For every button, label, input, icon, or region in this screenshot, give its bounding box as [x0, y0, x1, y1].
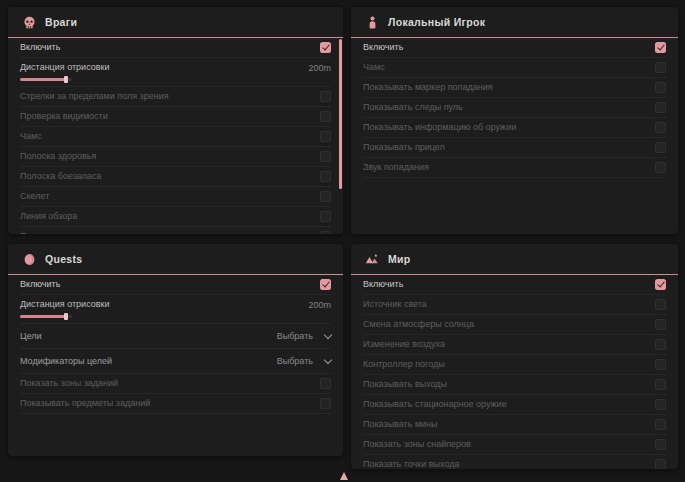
slider[interactable]: [20, 315, 72, 318]
select-dropdown[interactable]: Выбрать: [277, 356, 331, 366]
setting-row[interactable]: Чамс: [363, 58, 666, 78]
setting-row[interactable]: Полоска боезапаса: [20, 167, 331, 187]
checkbox[interactable]: [655, 122, 666, 133]
setting-label: Показывать предметы заданий: [20, 398, 150, 409]
setting-row[interactable]: Показать точки выхода: [363, 455, 666, 469]
setting-row[interactable]: Включить: [20, 38, 331, 58]
panel-title: Враги: [45, 16, 77, 28]
checkbox[interactable]: [655, 379, 666, 390]
checkbox[interactable]: [320, 279, 331, 290]
checkbox[interactable]: [320, 378, 331, 389]
slider-fill: [20, 78, 66, 81]
checkbox[interactable]: [655, 42, 666, 53]
select-dropdown[interactable]: Выбрать: [277, 331, 331, 341]
setting-label: Изменение воздуха: [363, 339, 445, 350]
setting-row[interactable]: Контроллер погоды: [363, 355, 666, 375]
setting-row[interactable]: Чамс: [20, 127, 331, 147]
setting-row[interactable]: Включить: [20, 275, 331, 295]
setting-row[interactable]: Смена атмосферы солнца: [363, 315, 666, 335]
setting-label: Показывать прицел: [363, 142, 445, 153]
panel-header[interactable]: Локальный Игрок: [351, 7, 678, 38]
setting-row[interactable]: Показать зоны снайперов: [363, 435, 666, 455]
checkbox[interactable]: [655, 339, 666, 350]
setting-label: Стрелки за пределами поля зрения: [20, 91, 169, 102]
panel-header[interactable]: Враги: [8, 7, 343, 38]
setting-label: Включить: [20, 42, 60, 53]
panel-quests: Quests Включить Дистанция отрисовки 200m…: [8, 244, 343, 456]
setting-row[interactable]: Показать зоны заданий: [20, 374, 331, 394]
checkbox[interactable]: [320, 171, 331, 182]
select-row[interactable]: Модификаторы целей Выбрать: [20, 349, 331, 374]
setting-row[interactable]: Показывать следы пуль: [363, 98, 666, 118]
scrollbar-thumb[interactable]: [339, 39, 342, 189]
slider-value: 200m: [308, 63, 331, 73]
select-current-value: Выбрать: [277, 331, 313, 341]
setting-row[interactable]: Показывать предметы заданий: [20, 394, 331, 414]
checkbox[interactable]: [655, 299, 666, 310]
panel-title: Локальный Игрок: [388, 16, 485, 28]
setting-row[interactable]: Проверка видимости: [20, 107, 331, 127]
checkbox[interactable]: [655, 359, 666, 370]
setting-label: Показать зоны снайперов: [363, 439, 471, 450]
person-icon: [365, 15, 379, 29]
setting-row[interactable]: Показывать маркер попадания: [363, 78, 666, 98]
slider-knob[interactable]: [64, 76, 68, 83]
slider-knob[interactable]: [64, 313, 68, 320]
checkbox[interactable]: [655, 82, 666, 93]
setting-row[interactable]: Включить: [363, 38, 666, 58]
panel-world: Мир Включить Источник света Смена атмосф…: [351, 244, 678, 469]
checkbox[interactable]: [655, 459, 666, 469]
setting-row[interactable]: Скелет: [20, 187, 331, 207]
checkbox[interactable]: [655, 279, 666, 290]
setting-label: Контроллер погоды: [363, 359, 445, 370]
setting-row[interactable]: Включить: [363, 275, 666, 295]
checkbox[interactable]: [655, 399, 666, 410]
setting-label: Включить: [363, 42, 403, 53]
setting-row[interactable]: Показывать стационарное оружие: [363, 395, 666, 415]
checkbox[interactable]: [655, 62, 666, 73]
setting-label: Чамс: [363, 62, 385, 73]
checkbox[interactable]: [655, 439, 666, 450]
checkbox[interactable]: [655, 142, 666, 153]
setting-label: Линия обзора: [20, 211, 77, 222]
setting-row[interactable]: Изменение воздуха: [363, 335, 666, 355]
panel-header[interactable]: Мир: [351, 244, 678, 275]
setting-row[interactable]: Источник света: [363, 295, 666, 315]
setting-row[interactable]: Показывать мины: [363, 415, 666, 435]
setting-label: Показать точки выхода: [363, 459, 459, 469]
setting-row[interactable]: Показывать прицел: [363, 138, 666, 158]
checkbox[interactable]: [320, 131, 331, 142]
setting-row[interactable]: Показывать следы пуль: [20, 227, 331, 234]
checkbox[interactable]: [655, 162, 666, 173]
setting-row[interactable]: Показывать информацию об оружии: [363, 118, 666, 138]
checkbox[interactable]: [655, 319, 666, 330]
setting-label: Показывать информацию об оружии: [363, 122, 516, 133]
setting-row[interactable]: Стрелки за пределами поля зрения: [20, 87, 331, 107]
select-row[interactable]: Цели Выбрать: [20, 324, 331, 349]
setting-label: Источник света: [363, 299, 427, 310]
checkbox[interactable]: [655, 419, 666, 430]
select-label: Модификаторы целей: [20, 356, 112, 367]
setting-row[interactable]: Показывать выходы: [363, 375, 666, 395]
setting-label: Полоска здоровья: [20, 151, 96, 162]
slider-label: Дистанция отрисовки: [20, 299, 110, 310]
checkbox[interactable]: [320, 151, 331, 162]
quest-icon: [22, 252, 36, 266]
panel-title: Quests: [45, 253, 82, 265]
checkbox[interactable]: [320, 211, 331, 222]
panel-local-player: Локальный Игрок Включить Чамс Показывать…: [351, 7, 678, 234]
checkbox[interactable]: [320, 91, 331, 102]
panel-header[interactable]: Quests: [8, 244, 343, 275]
checkbox[interactable]: [655, 102, 666, 113]
checkbox[interactable]: [320, 398, 331, 409]
checkbox[interactable]: [320, 42, 331, 53]
setting-row[interactable]: Звук попадания: [363, 158, 666, 178]
checkbox[interactable]: [320, 231, 331, 234]
checkbox[interactable]: [320, 111, 331, 122]
setting-row[interactable]: Линия обзора: [20, 207, 331, 227]
checkbox[interactable]: [320, 191, 331, 202]
slider[interactable]: [20, 78, 72, 81]
slider-fill: [20, 315, 66, 318]
setting-row[interactable]: Полоска здоровья: [20, 147, 331, 167]
setting-label: Проверка видимости: [20, 111, 108, 122]
